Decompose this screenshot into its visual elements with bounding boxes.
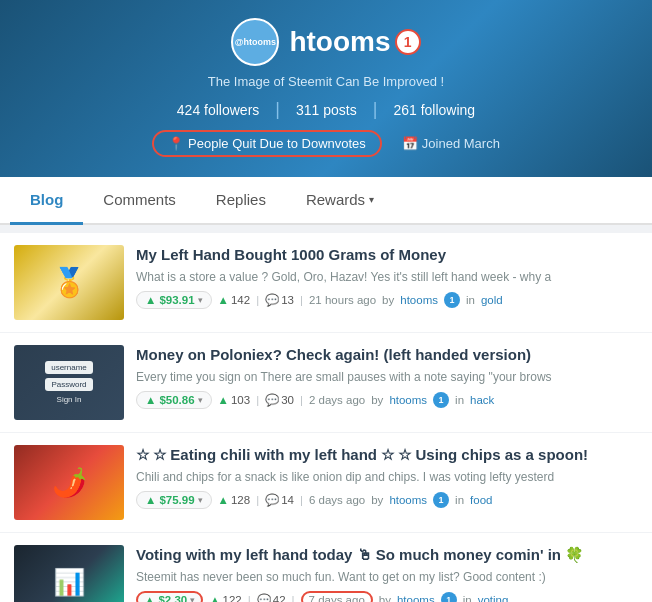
list-item: 🏅 My Left Hand Bought 1000 Grams of Mone…	[0, 233, 652, 332]
author-badge: 1	[433, 492, 449, 508]
vote-amount-btn[interactable]: ▲$2.30▾	[136, 591, 203, 602]
vote-number: 122	[223, 594, 242, 602]
vote-count: ▲ 103	[218, 394, 251, 406]
post-category[interactable]: voting	[478, 594, 509, 602]
chevron-down-icon: ▾	[190, 595, 195, 602]
vote-count: ▲ 122	[209, 594, 242, 602]
profile-header: @htooms htooms 1 The Image of Steemit Ca…	[0, 0, 652, 177]
username[interactable]: htooms	[289, 26, 390, 58]
meta-sep-2: |	[300, 394, 303, 406]
meta-sep-2: |	[300, 294, 303, 306]
vote-amount-btn[interactable]: ▲$50.86▾	[136, 391, 212, 409]
author-badge: 1	[433, 392, 449, 408]
by-label: by	[371, 494, 383, 506]
post-thumbnail: 🌶️	[14, 445, 124, 520]
meta-sep-1: |	[256, 294, 259, 306]
post-meta: ▲$93.91▾ ▲ 142 | 💬 13 | 21 hours ago by …	[136, 291, 638, 309]
profile-stats: 424 followers | 311 posts | 261 followin…	[20, 99, 632, 120]
post-content: Voting with my left hand today 🖱 So much…	[136, 545, 638, 602]
meta-sep-2: |	[292, 594, 295, 602]
post-author[interactable]: htooms	[389, 494, 427, 506]
post-time: 2 days ago	[309, 394, 365, 406]
post-category[interactable]: hack	[470, 394, 494, 406]
tab-blog[interactable]: Blog	[10, 177, 83, 225]
calendar-icon: 📅	[402, 136, 418, 151]
post-author[interactable]: htooms	[389, 394, 427, 406]
avatar-initials: @htooms	[235, 37, 276, 47]
comment-number: 30	[281, 394, 294, 406]
post-title[interactable]: Voting with my left hand today 🖱 So much…	[136, 545, 638, 565]
post-title[interactable]: Money on Poloniex? Check again! (left ha…	[136, 345, 638, 365]
vote-amount-btn[interactable]: ▲$93.91▾	[136, 291, 212, 309]
meta-sep-1: |	[248, 594, 251, 602]
vote-amount-btn[interactable]: ▲$75.99▾	[136, 491, 212, 509]
vote-amount: $50.86	[159, 394, 194, 406]
post-title[interactable]: ☆ ☆ Eating chili with my left hand ☆ ☆ U…	[136, 445, 638, 465]
post-thumb-container[interactable]: 🏅	[14, 245, 124, 320]
profile-meta: 📍 People Quit Due to Downvotes 📅 Joined …	[20, 130, 632, 157]
meta-sep-2: |	[300, 494, 303, 506]
vote-count: ▲ 142	[218, 294, 251, 306]
up-arrow-icon: ▲	[145, 394, 156, 406]
post-content: Money on Poloniex? Check again! (left ha…	[136, 345, 638, 409]
up-arrow-icon: ▲	[144, 594, 155, 602]
post-author[interactable]: htooms	[397, 594, 435, 602]
author-badge: 1	[444, 292, 460, 308]
post-excerpt: Steemit has never been so much fun. Want…	[136, 569, 638, 586]
up-arrow-icon: ▲	[145, 494, 156, 506]
comment-icon: 💬	[265, 293, 279, 307]
post-meta: ▲$2.30▾ ▲ 122 | 💬 42 | 7 days ago by hto…	[136, 591, 638, 602]
category-prefix: in	[455, 394, 464, 406]
post-title[interactable]: My Left Hand Bought 1000 Grams of Money	[136, 245, 638, 265]
tab-comments[interactable]: Comments	[83, 177, 196, 225]
meta-sep-1: |	[256, 494, 259, 506]
comment-count: 💬 13	[265, 293, 294, 307]
chevron-down-icon: ▾	[198, 295, 203, 305]
comment-count: 💬 30	[265, 393, 294, 407]
by-label: by	[382, 294, 394, 306]
meta-sep-1: |	[256, 394, 259, 406]
tab-replies[interactable]: Replies	[196, 177, 286, 225]
comment-number: 14	[281, 494, 294, 506]
post-time: 7 days ago	[301, 591, 373, 602]
posts-container: 🏅 My Left Hand Bought 1000 Grams of Mone…	[0, 225, 652, 602]
post-thumbnail: 📊	[14, 545, 124, 602]
by-label: by	[371, 394, 383, 406]
avatar-container: @htooms	[231, 18, 279, 66]
vote-number: 142	[231, 294, 250, 306]
posts-stat[interactable]: 311 posts	[280, 102, 373, 118]
up-arrow-small-icon: ▲	[218, 294, 229, 306]
notification-badge[interactable]: 1	[395, 29, 421, 55]
post-thumb-container[interactable]: 📊	[14, 545, 124, 602]
post-time: 21 hours ago	[309, 294, 376, 306]
following-stat[interactable]: 261 following	[377, 102, 491, 118]
comment-icon: 💬	[265, 393, 279, 407]
post-excerpt: Chili and chips for a snack is like onio…	[136, 469, 638, 486]
vote-count: ▲ 128	[218, 494, 251, 506]
followers-stat[interactable]: 424 followers	[161, 102, 276, 118]
tab-rewards[interactable]: Rewards ▾	[286, 177, 394, 225]
post-thumb-container[interactable]: 🌶️	[14, 445, 124, 520]
tabs-bar: Blog Comments Replies Rewards ▾	[0, 177, 652, 225]
post-author[interactable]: htooms	[400, 294, 438, 306]
post-excerpt: Every time you sign on There are small p…	[136, 369, 638, 386]
vote-amount: $2.30	[158, 594, 187, 602]
post-category[interactable]: gold	[481, 294, 503, 306]
rewards-dropdown-arrow: ▾	[369, 194, 374, 205]
comment-number: 42	[273, 594, 286, 602]
list-item: 🌶️ ☆ ☆ Eating chili with my left hand ☆ …	[0, 433, 652, 532]
profile-top: @htooms htooms 1	[20, 18, 632, 66]
category-prefix: in	[463, 594, 472, 602]
post-thumb-container[interactable]: usernamePasswordSign In	[14, 345, 124, 420]
by-label: by	[379, 594, 391, 602]
author-badge: 1	[441, 592, 457, 602]
post-category[interactable]: food	[470, 494, 492, 506]
comment-icon: 💬	[257, 593, 271, 602]
up-arrow-small-icon: ▲	[209, 594, 220, 602]
post-meta: ▲$75.99▾ ▲ 128 | 💬 14 | 6 days ago by ht…	[136, 491, 638, 509]
location-text: People Quit Due to Downvotes	[188, 136, 366, 151]
up-arrow-icon: ▲	[145, 294, 156, 306]
vote-amount: $93.91	[159, 294, 194, 306]
chevron-down-icon: ▾	[198, 495, 203, 505]
up-arrow-small-icon: ▲	[218, 394, 229, 406]
